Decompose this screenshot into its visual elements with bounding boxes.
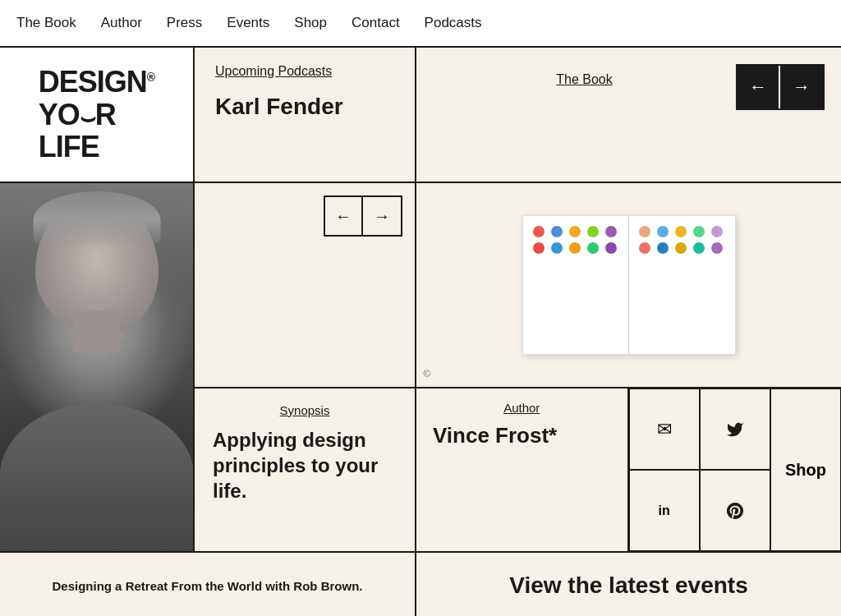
nav-the-book[interactable]: The Book bbox=[16, 15, 76, 31]
podcast-section-title: Upcoming Podcasts bbox=[215, 64, 394, 79]
main-nav: The Book Author Press Events Shop Contac… bbox=[0, 0, 841, 48]
linkedin-icon[interactable]: in bbox=[629, 470, 700, 551]
nav-podcasts[interactable]: Podcasts bbox=[425, 15, 482, 31]
podcast-header: Upcoming Podcasts Karl Fender bbox=[195, 48, 416, 183]
logo-line2: YO⌣R bbox=[39, 99, 154, 131]
logo-line3: LIFE bbox=[39, 131, 154, 163]
podcast-next-button[interactable]: → bbox=[363, 197, 401, 235]
book-dot bbox=[551, 226, 563, 237]
book-right-page bbox=[629, 216, 735, 354]
logo: DESIGN® YO⌣R LIFE bbox=[39, 66, 154, 163]
nav-contact[interactable]: Contact bbox=[352, 15, 400, 31]
book-dot bbox=[711, 226, 723, 237]
book-dot bbox=[533, 242, 545, 254]
book-dot bbox=[639, 242, 650, 254]
book-dot bbox=[711, 242, 723, 254]
synopsis-cell: Synopsis Applying design principles to y… bbox=[195, 388, 416, 553]
book-left-page bbox=[523, 216, 630, 354]
book-next-button[interactable]: → bbox=[780, 66, 823, 108]
book-dot bbox=[605, 226, 617, 237]
nav-shop[interactable]: Shop bbox=[294, 15, 327, 31]
book-dot bbox=[639, 226, 650, 237]
face-hair bbox=[33, 191, 160, 249]
book-dot bbox=[675, 242, 687, 254]
podcast-guest-name: Karl Fender bbox=[215, 94, 394, 120]
events-cta: View the latest events bbox=[509, 572, 748, 599]
book-right-dots bbox=[636, 223, 728, 257]
pinterest-icon[interactable] bbox=[700, 470, 770, 551]
bottom-right[interactable]: View the latest events bbox=[416, 553, 841, 616]
social-grid: ✉ Shop in bbox=[629, 388, 842, 551]
podcast-prev-button[interactable]: ← bbox=[325, 197, 363, 235]
book-dot bbox=[657, 226, 669, 237]
synopsis-text: Applying design principles to your life. bbox=[213, 427, 397, 504]
author-section-title: Author bbox=[433, 401, 611, 415]
book-dot bbox=[675, 226, 687, 237]
book-dot bbox=[587, 242, 599, 254]
author-photo bbox=[0, 183, 195, 553]
book-left-dots bbox=[530, 223, 623, 257]
book-dot bbox=[605, 242, 617, 254]
shop-button[interactable]: Shop bbox=[770, 388, 841, 551]
book-dot bbox=[693, 226, 705, 237]
nav-press[interactable]: Press bbox=[167, 15, 202, 31]
photo-placeholder bbox=[0, 183, 193, 551]
book-dot bbox=[551, 242, 563, 254]
author-social-panel: Author Vince Frost* ✉ Shop in bbox=[416, 388, 841, 553]
twitter-icon[interactable] bbox=[700, 388, 770, 470]
book-header: The Book ← → bbox=[416, 48, 841, 183]
author-name: Vince Frost* bbox=[433, 423, 611, 448]
face-shoulders bbox=[0, 403, 194, 551]
book-dot bbox=[569, 226, 581, 237]
author-panel: Author Vince Frost* bbox=[416, 388, 629, 551]
bottom-left: Designing a Retreat From the World with … bbox=[0, 553, 416, 616]
main-grid: DESIGN® YO⌣R LIFE Upcoming Podcasts Karl… bbox=[0, 48, 841, 616]
synopsis-title: Synopsis bbox=[213, 403, 397, 417]
book-dot bbox=[587, 226, 599, 237]
logo-line1: DESIGN® bbox=[39, 66, 154, 99]
book-image-cell: © bbox=[416, 183, 841, 388]
email-icon[interactable]: ✉ bbox=[629, 388, 700, 470]
copyright-mark: © bbox=[423, 367, 431, 380]
book-dot bbox=[657, 242, 669, 254]
nav-events[interactable]: Events bbox=[227, 15, 269, 31]
book-prev-button[interactable]: ← bbox=[738, 66, 780, 108]
book-dot bbox=[533, 226, 545, 237]
podcast-nav: ← → bbox=[195, 183, 416, 388]
book-section-title: The Book bbox=[556, 68, 612, 87]
face-neck bbox=[74, 310, 119, 352]
bottom-caption: Designing a Retreat From the World with … bbox=[52, 579, 362, 593]
logo-cell: DESIGN® YO⌣R LIFE bbox=[0, 48, 195, 183]
book-nav-arrows: ← → bbox=[736, 64, 825, 110]
podcast-arrows: ← → bbox=[324, 195, 402, 237]
book-dot bbox=[569, 242, 581, 254]
book-dot bbox=[693, 242, 705, 254]
open-book bbox=[522, 215, 736, 355]
nav-author[interactable]: Author bbox=[101, 15, 142, 31]
